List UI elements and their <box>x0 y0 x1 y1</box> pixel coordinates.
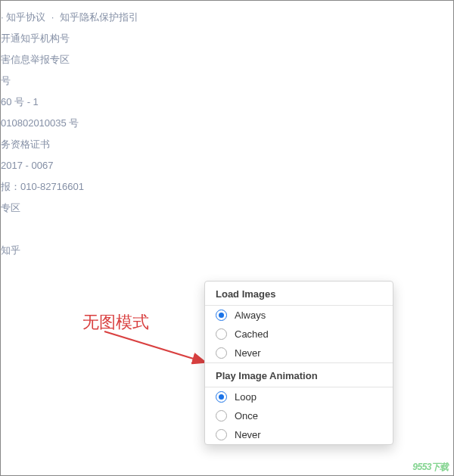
section-title-play-animation: Play Image Animation <box>205 363 393 387</box>
radio-loop[interactable]: Loop <box>205 387 393 406</box>
radio-label: Never <box>235 429 261 440</box>
radio-icon <box>216 410 227 422</box>
footer-text-phone: 报：010-82716601 <box>1 176 453 198</box>
footer-links: · 知乎协议 · 知乎隐私保护指引 开通知乎机构号 害信息举报专区 号 60 号… <box>1 1 453 261</box>
footer-text: 2017 - 0067 <box>1 155 453 176</box>
footer-text: 010802010035 号 <box>1 113 453 134</box>
footer-link-zhihu[interactable]: 知乎 <box>1 240 453 261</box>
radio-cached[interactable]: Cached <box>205 325 393 344</box>
radio-never[interactable]: Never <box>205 344 393 362</box>
footer-text: 号 <box>1 70 453 92</box>
radio-icon <box>216 429 227 440</box>
radio-icon <box>216 310 227 321</box>
settings-popup: Load Images Always Cached Never Play Ima… <box>204 281 393 445</box>
footer-text: 60 号 - 1 <box>1 92 453 113</box>
radio-label: Once <box>235 410 258 422</box>
footer-link-agreement[interactable]: · 知乎协议 <box>1 11 45 23</box>
radio-icon <box>216 391 227 403</box>
footer-link-org[interactable]: 开通知乎机构号 <box>1 28 453 49</box>
footer-link-privacy[interactable]: 知乎隐私保护指引 <box>60 11 138 23</box>
footer-link-report[interactable]: 害信息举报专区 <box>1 49 453 70</box>
radio-icon <box>216 347 227 359</box>
annotation-label: 无图模式 <box>82 311 149 334</box>
radio-icon <box>216 328 227 340</box>
watermark: 9553下载 <box>412 461 449 474</box>
footer-link-cert[interactable]: 务资格证书 <box>1 134 453 155</box>
separator: · <box>51 11 54 23</box>
radio-never-anim[interactable]: Never <box>205 425 393 444</box>
section-title-load-images: Load Images <box>205 282 393 305</box>
footer-link-zone[interactable]: 专区 <box>1 198 453 219</box>
radio-once[interactable]: Once <box>205 406 393 425</box>
radio-label: Cached <box>235 328 269 340</box>
radio-label: Never <box>235 347 261 359</box>
radio-label: Loop <box>235 391 257 403</box>
radio-always[interactable]: Always <box>205 306 393 325</box>
svg-line-1 <box>104 331 206 362</box>
radio-label: Always <box>235 310 266 321</box>
